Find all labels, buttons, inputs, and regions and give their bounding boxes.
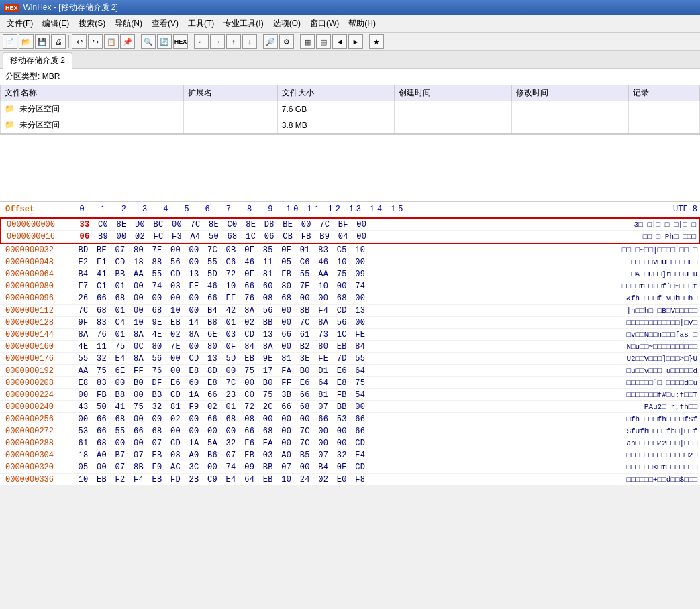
col-header-1: 1 <box>97 205 111 214</box>
byte-6-10: 08 <box>261 294 274 303</box>
byte-3-2: CD <box>113 258 127 267</box>
byte-4-13: AA <box>317 270 330 279</box>
byte-14-3: 00 <box>132 390 146 400</box>
toolbar-print[interactable]: 🖨 <box>51 34 66 49</box>
byte-12-2: 6E <box>113 366 127 376</box>
hex-row[interactable]: 0000000256 00 66 68 00 00 02 00 66 68 08… <box>0 413 700 425</box>
byte-12-5: 00 <box>169 366 183 376</box>
toolbar-down[interactable]: ↓ <box>242 34 257 49</box>
hex-row[interactable]: 0000000160 4E 11 75 0C 80 7E 00 80 0F 84… <box>0 341 700 353</box>
byte-18-14: 00 <box>335 439 348 448</box>
hex-row[interactable]: 0000000000 33 C0 8E D0 BC 00 7C 8E C0 8E… <box>1 219 699 231</box>
file-table-row[interactable]: 📁 未分区空间 3.8 MB <box>1 117 700 133</box>
hex-row[interactable]: 0000000144 8A 76 01 8A 4E 02 8A 6E 03 CD… <box>0 329 700 341</box>
byte-18-4: 07 <box>150 439 164 448</box>
toolbar-misc[interactable]: ★ <box>369 34 384 49</box>
byte-19-5: 08 <box>169 451 183 460</box>
file-table-row[interactable]: 📁 未分区空间 7.6 GB <box>1 101 700 117</box>
hex-row[interactable]: 0000000336 10 EB F2 F4 EB FD 2B C9 E4 64… <box>0 474 700 486</box>
byte-9-14: 1C <box>335 330 348 339</box>
toolbar-paste[interactable]: 📌 <box>120 34 135 49</box>
hex-row[interactable]: 0000000080 F7 C1 01 00 74 03 FE 46 10 66… <box>0 280 700 292</box>
byte-12-11: FA <box>280 366 293 376</box>
byte-9-7: 6E <box>206 330 219 339</box>
byte-10-12: B2 <box>298 342 311 351</box>
toolbar-copy[interactable]: 📋 <box>104 34 119 49</box>
toolbar-fwd[interactable]: ► <box>348 34 363 49</box>
hex-row[interactable]: 0000000112 7C 68 01 00 68 10 00 B4 42 8A… <box>0 304 700 317</box>
toolbar-new[interactable]: 📄 <box>3 34 17 49</box>
col-header-3: 3 <box>140 205 153 214</box>
hex-row[interactable]: 0000000192 AA 75 6E FF 76 00 E8 8D 00 75… <box>0 365 700 377</box>
byte-0-4: BC <box>152 220 165 229</box>
offset-header: Offset <box>0 203 74 215</box>
byte-7-14: CD <box>335 306 348 315</box>
hex-row[interactable]: 0000000176 55 32 E4 8A 56 00 CD 13 5D EB… <box>0 353 700 365</box>
byte-21-14: E0 <box>335 475 348 484</box>
byte-15-0: 43 <box>77 402 90 412</box>
toolbar-search[interactable]: 🔍 <box>141 34 156 49</box>
menu-item-h[interactable]: 帮助(H) <box>344 17 380 31</box>
byte-17-7: 00 <box>206 427 219 436</box>
partition-info: 分区类型: MBR <box>0 69 700 85</box>
toolbar-right[interactable]: → <box>210 34 225 49</box>
menu-item-s[interactable]: 搜索(S) <box>74 17 109 31</box>
hex-row[interactable]: 0000000016 06 B9 00 02 FC F3 A4 50 68 1C… <box>1 231 699 243</box>
offset-cell: 0000000208 <box>0 378 74 388</box>
tab-drive[interactable]: 移动存储介质 2 <box>3 52 72 69</box>
hex-row[interactable]: 0000000320 05 00 07 8B F0 AC 3C 00 74 09… <box>0 461 700 474</box>
menu-item-f[interactable]: 文件(F) <box>3 17 37 31</box>
toolbar-tools[interactable]: ⚙ <box>279 34 294 49</box>
toolbar-undo[interactable]: ↩ <box>72 34 87 49</box>
byte-15-7: 02 <box>206 402 219 412</box>
toolbar-back[interactable]: ◄ <box>332 34 347 49</box>
byte-7-11: 00 <box>280 306 293 315</box>
hex-row[interactable]: 0000000128 9F 83 C4 10 9E EB 14 B8 01 02… <box>0 317 700 329</box>
menu-item-n[interactable]: 导航(N) <box>111 17 146 31</box>
toolbar-grid[interactable]: ▦ <box>300 34 315 49</box>
hex-row[interactable]: 0000000240 43 50 41 75 32 81 F9 02 01 72… <box>0 401 700 413</box>
toolbar-sep-4 <box>260 35 260 48</box>
hex-row[interactable]: 0000000064 B4 41 BB AA 55 CD 13 5D 72 0F… <box>0 268 700 280</box>
toolbar-zoom[interactable]: 🔎 <box>263 34 278 49</box>
utf8-header: UTF-8 <box>593 203 700 215</box>
byte-6-6: 00 <box>187 294 201 303</box>
hex-row[interactable]: 0000000208 E8 83 00 B0 DF E6 60 E8 7C 00… <box>0 377 700 389</box>
menu-item-w[interactable]: 窗口(W) <box>306 17 343 31</box>
byte-12-9: 75 <box>243 366 256 376</box>
byte-7-0: 7C <box>77 306 90 315</box>
hex-row[interactable]: 0000000272 53 66 55 66 68 00 00 00 00 66… <box>0 425 700 437</box>
hex-row[interactable]: 0000000224 00 FB B8 00 BB CD 1A 66 23 C0… <box>0 389 700 401</box>
byte-14-6: 1A <box>187 390 201 400</box>
byte-12-15: 64 <box>354 366 367 376</box>
toolbar-cols[interactable]: ▤ <box>316 34 331 49</box>
byte-6-14: 68 <box>335 294 348 303</box>
byte-19-14: 32 <box>335 451 348 460</box>
menu-item-v[interactable]: 查看(V) <box>148 17 183 31</box>
menu-item-i[interactable]: 专业工具(I) <box>219 17 267 31</box>
byte-12-7: 8D <box>206 366 219 376</box>
toolbar-save[interactable]: 💾 <box>35 34 50 49</box>
byte-8-5: EB <box>169 318 183 327</box>
byte-14-12: 66 <box>298 390 311 400</box>
toolbar-open[interactable]: 📂 <box>19 34 34 49</box>
toolbar-redo[interactable]: ↪ <box>88 34 103 49</box>
bytes-cell: 43 50 41 75 32 81 F9 02 01 72 2C 66 68 0… <box>74 402 593 412</box>
byte-11-2: E4 <box>113 354 127 364</box>
byte-2-14: C5 <box>335 245 348 255</box>
menu-item-o[interactable]: 选项(O) <box>269 17 305 31</box>
menu-item-t[interactable]: 工具(T) <box>184 17 218 31</box>
toolbar-replace[interactable]: 🔄 <box>157 34 172 49</box>
hex-row[interactable]: 0000000048 E2 F1 CD 18 88 56 00 55 C6 46… <box>0 256 700 268</box>
hex-row[interactable]: 0000000304 18 A0 B7 07 EB 08 A0 B6 07 EB… <box>0 449 700 461</box>
hex-row[interactable]: 0000000288 61 68 00 00 07 CD 1A 5A 32 F6… <box>0 437 700 449</box>
toolbar-left[interactable]: ← <box>194 34 209 49</box>
toolbar-up[interactable]: ↑ <box>226 34 241 49</box>
byte-19-11: A0 <box>280 451 293 460</box>
menu-item-e[interactable]: 编辑(E) <box>38 17 73 31</box>
toolbar-hex[interactable]: HEX <box>173 34 188 49</box>
byte-8-6: 14 <box>187 318 201 327</box>
byte-18-1: 68 <box>95 439 109 448</box>
hex-row[interactable]: 0000000096 26 66 68 00 00 00 00 66 FF 76… <box>0 292 700 304</box>
hex-row[interactable]: 0000000032 BD BE 07 80 7E 00 00 7C 0B 0F… <box>0 244 700 256</box>
